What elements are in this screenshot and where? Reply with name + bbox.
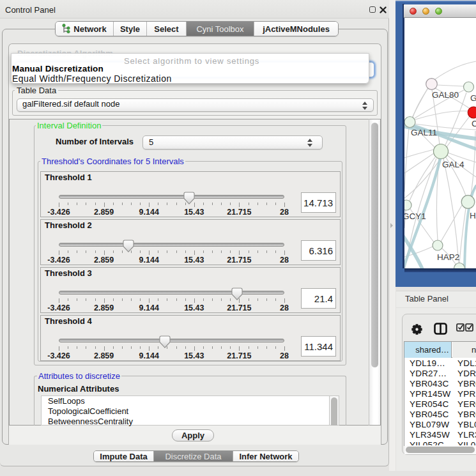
svg-text:GAL11: GAL11	[411, 128, 437, 137]
svg-text:GA: GA	[470, 93, 476, 103]
svg-text:GCY1: GCY1	[404, 211, 426, 221]
svg-text:GAL80: GAL80	[432, 90, 459, 100]
svg-text:GAL4: GAL4	[442, 160, 464, 169]
svg-text:CY: CY	[472, 119, 476, 128]
svg-text:HA: HA	[470, 211, 476, 220]
svg-text:HAP2: HAP2	[437, 252, 459, 262]
